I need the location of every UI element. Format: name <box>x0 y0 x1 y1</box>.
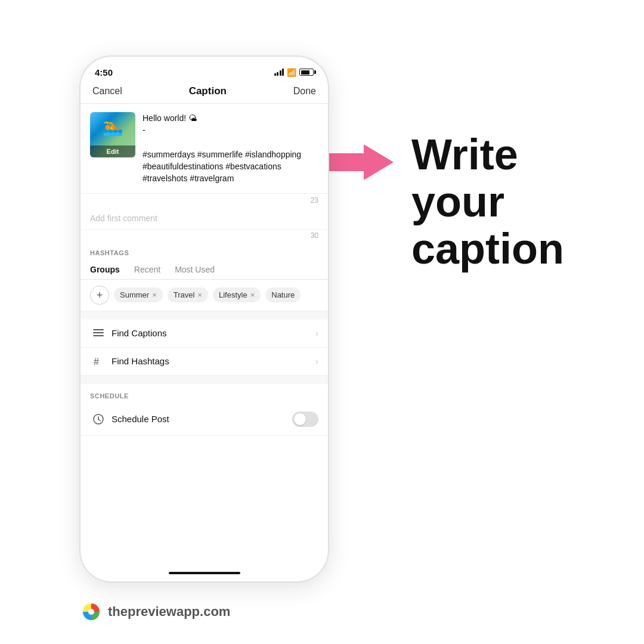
status-bar: 4:50 📶 <box>80 57 328 83</box>
find-captions-item[interactable]: Find Captions › <box>80 320 328 348</box>
tag-chip-lifestyle[interactable]: Lifestyle × <box>213 287 261 302</box>
caption-counter: 23 <box>80 194 328 207</box>
schedule-toggle[interactable] <box>292 411 318 427</box>
hashtags-section-label: HASHTAGS <box>80 243 328 260</box>
hash-icon: # <box>90 357 107 366</box>
svg-rect-1 <box>93 329 104 330</box>
comment-area[interactable]: Add first comment <box>80 207 328 230</box>
battery-icon <box>299 69 314 76</box>
tag-label-summer: Summer <box>120 290 149 299</box>
svg-rect-3 <box>93 335 104 336</box>
svg-text:#: # <box>94 357 99 366</box>
tag-chip-travel[interactable]: Travel × <box>168 287 208 302</box>
svg-rect-2 <box>93 332 104 333</box>
find-captions-label: Find Captions <box>112 328 315 338</box>
hashtag-tags-row: + Summer × Travel × Lifestyle × Nature <box>80 280 328 311</box>
tag-chip-nature[interactable]: Nature <box>265 287 301 302</box>
caption-content: Hello world! 🌤 - #summerdays #summerlife… <box>143 112 318 185</box>
headline-line3: caption <box>411 225 564 273</box>
caption-hashtags: #summerdays #summerlife #islandhopping #… <box>143 150 301 184</box>
remove-travel-icon[interactable]: × <box>197 290 202 299</box>
done-button[interactable]: Done <box>293 86 316 97</box>
schedule-section: SCHEDULE Schedule Post <box>80 386 328 436</box>
home-indicator <box>169 572 240 574</box>
status-time: 4:50 <box>95 67 113 78</box>
schedule-label: SCHEDULE <box>80 386 328 403</box>
brand-url: thepreviewapp.com <box>108 604 230 620</box>
phone-frame: 4:50 📶 Cancel Caption Done Edit Hello wo… <box>80 57 328 581</box>
tag-chip-summer[interactable]: Summer × <box>114 287 163 302</box>
chevron-right-icon2: › <box>315 356 318 367</box>
tab-most-used[interactable]: Most Used <box>175 260 224 279</box>
headline-line2: your <box>411 178 504 225</box>
caption-line1: Hello world! 🌤 <box>143 113 197 123</box>
nav-title: Caption <box>189 85 227 97</box>
headline-text: Write your caption <box>411 131 614 273</box>
edit-label[interactable]: Edit <box>90 145 135 157</box>
hashtag-tabs: Groups Recent Most Used <box>80 260 328 280</box>
caption-text-area[interactable]: Hello world! 🌤 - #summerdays #summerlife… <box>143 112 318 185</box>
status-icons: 📶 <box>274 68 314 77</box>
remove-lifestyle-icon[interactable]: × <box>250 290 255 299</box>
plus-icon: + <box>97 290 103 301</box>
wifi-icon: 📶 <box>287 68 296 77</box>
nav-bar: Cancel Caption Done <box>80 83 328 104</box>
photo-thumbnail[interactable]: Edit <box>90 112 135 157</box>
headline-line1: Write <box>411 131 518 178</box>
cancel-button[interactable]: Cancel <box>92 86 122 97</box>
find-hashtags-label: Find Hashtags <box>112 356 315 366</box>
caption-area: Edit Hello world! 🌤 - #summerdays #summe… <box>80 104 328 194</box>
chevron-right-icon: › <box>315 328 318 339</box>
clock-icon <box>90 414 107 425</box>
brand-footer: thepreviewapp.com <box>80 601 230 623</box>
comment-placeholder: Add first comment <box>90 213 157 223</box>
svg-point-10 <box>88 609 94 615</box>
svg-line-7 <box>98 419 100 420</box>
signal-icon <box>274 69 284 76</box>
add-tag-button[interactable]: + <box>90 286 109 305</box>
lines-icon <box>90 329 107 338</box>
schedule-post-label: Schedule Post <box>112 414 292 424</box>
brand-logo <box>80 601 102 623</box>
spacer2 <box>80 376 328 384</box>
tab-groups[interactable]: Groups <box>90 260 129 279</box>
comment-counter: 30 <box>80 230 328 243</box>
schedule-row: Schedule Post <box>80 403 328 436</box>
tab-recent[interactable]: Recent <box>134 260 170 279</box>
remove-summer-icon[interactable]: × <box>152 290 157 299</box>
find-hashtags-item[interactable]: # Find Hashtags › <box>80 348 328 376</box>
toggle-knob <box>294 413 306 425</box>
tag-label-lifestyle: Lifestyle <box>219 290 247 299</box>
spacer <box>80 311 328 320</box>
caption-line2: - <box>143 125 145 135</box>
tag-label-nature: Nature <box>271 290 295 299</box>
tag-label-travel: Travel <box>174 290 195 299</box>
